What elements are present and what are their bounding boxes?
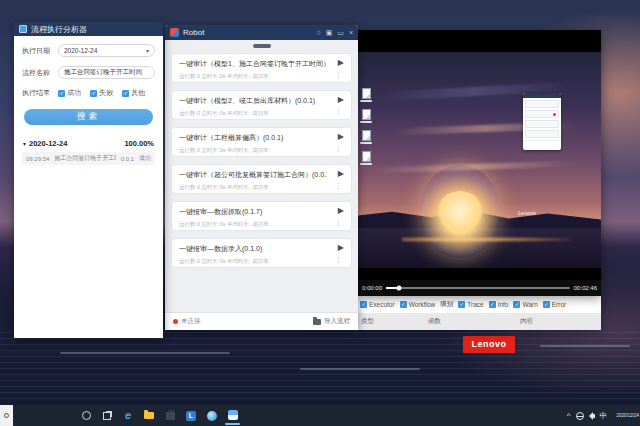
- refresh-icon[interactable]: ○: [316, 29, 320, 37]
- more-menu-icon[interactable]: ⋮: [335, 145, 342, 153]
- run-icon[interactable]: ▶: [338, 206, 344, 215]
- checkbox-checked-icon[interactable]: ✓: [543, 301, 550, 308]
- taskbar-clock[interactable]: 2020/12/24: [612, 413, 639, 419]
- analyzer-taskbar-button[interactable]: [227, 409, 239, 422]
- store-button[interactable]: [164, 409, 176, 422]
- edge-button[interactable]: e: [122, 409, 134, 422]
- video-robot-window: [523, 93, 561, 150]
- video-desktop-icons: [360, 88, 372, 165]
- filter-label: Warn: [522, 301, 537, 308]
- process-card[interactable]: 一键报审—数据录入(0.1.0) 运行数:0 总时长:0s 平均时长: 成功率:…: [171, 238, 352, 268]
- water-glint: [540, 345, 630, 347]
- minimize-icon[interactable]: ▭: [337, 29, 344, 37]
- checkbox-checked-icon[interactable]: ✓: [400, 301, 407, 308]
- run-icon[interactable]: ▶: [338, 132, 344, 141]
- total-time: 00:02:46: [574, 285, 597, 291]
- more-menu-icon[interactable]: ⋮: [335, 71, 342, 79]
- more-menu-icon[interactable]: ⋮: [335, 182, 342, 190]
- glowing-bubble-tent: [420, 165, 500, 258]
- filter-warn[interactable]: ✓Warn: [513, 301, 537, 308]
- analyzer-titlebar[interactable]: 流程执行分析器: [14, 22, 163, 36]
- filter-info[interactable]: ✓Info: [489, 301, 509, 308]
- seek-knob[interactable]: [396, 286, 401, 291]
- volume-icon[interactable]: [589, 412, 595, 420]
- video-frame[interactable]: Lenovo: [358, 52, 601, 268]
- more-menu-icon[interactable]: ⋮: [335, 219, 342, 227]
- run-icon[interactable]: ▶: [338, 243, 344, 252]
- connection-status: 未连接: [181, 317, 201, 326]
- result-row[interactable]: 09:29:54 施工合同签订晚于开工时间 0.0.1 成功: [22, 152, 155, 165]
- seek-bar[interactable]: [386, 287, 570, 289]
- process-card[interactable]: 一键报审—数据抓取(0.1.7) 运行数:0 总时长:0s 平均时长: 成功率:…: [171, 201, 352, 231]
- success-rate: 100.00%: [124, 139, 154, 148]
- taskbar-search-box[interactable]: [0, 405, 13, 426]
- analyzer-icon: [228, 410, 238, 420]
- desktop: Lenovo ✓Executor ✓Workflow 级别 ✓Trace ✓In…: [0, 0, 640, 426]
- process-card[interactable]: 一键审计（模型1、施工合同签订晚于开工时间）(0.0.1) 运行数:0 总时长:…: [171, 53, 352, 83]
- date-label: 执行日期: [22, 46, 58, 56]
- process-card[interactable]: 一键审计（模型2、竣工后出库材料）(0.0.1) 运行数:0 总时长:0s 平均…: [171, 90, 352, 120]
- level-label: 级别: [440, 300, 453, 309]
- date-select[interactable]: 2020-12-24 ▾: [58, 44, 155, 57]
- run-icon[interactable]: ▶: [338, 95, 344, 104]
- run-version: 0.0.1: [121, 156, 134, 162]
- l-app-icon: L: [186, 411, 196, 421]
- folder-icon: [144, 412, 154, 419]
- checkbox-checked-icon[interactable]: ✓: [489, 301, 496, 308]
- chevron-down-icon: ▾: [146, 47, 149, 54]
- filter-trace[interactable]: ✓Trace: [458, 301, 483, 308]
- import-process-button[interactable]: 导入流程: [313, 317, 350, 326]
- taskbar: e L ^ 中 2020/12/24: [0, 405, 640, 426]
- result-group-row[interactable]: ▾ 2020-12-24 100.00%: [22, 139, 155, 148]
- process-card[interactable]: 一键审计（工程概算偏高）(0.0.1) 运行数:0 总时长:0s 平均时长: 成…: [171, 127, 352, 157]
- option-success[interactable]: ✓成功: [58, 88, 81, 98]
- task-view-button[interactable]: [101, 409, 113, 422]
- robot-titlebar[interactable]: Robot ○ ▣ ▭ ×: [165, 25, 358, 40]
- search-button[interactable]: 搜索: [24, 109, 153, 125]
- cortana-button[interactable]: [80, 409, 92, 422]
- import-label: 导入流程: [324, 317, 350, 326]
- process-meta: 运行数:0 总时长:0s 平均时长: 成功率:: [179, 147, 327, 154]
- filter-workflow[interactable]: ✓Workflow: [400, 301, 436, 308]
- file-icon: [360, 109, 372, 123]
- filter-executor[interactable]: ✓Executor: [360, 301, 395, 308]
- result-label: 执行结果: [22, 88, 58, 98]
- process-title: 一键报审—数据抓取(0.1.7): [179, 207, 327, 217]
- browser-app-button[interactable]: [206, 409, 218, 422]
- expand-icon[interactable]: ▾: [23, 140, 26, 147]
- water-glint: [300, 368, 420, 370]
- checkbox-checked-icon[interactable]: ✓: [360, 301, 367, 308]
- l-app-button[interactable]: L: [185, 409, 197, 422]
- edge-icon: e: [125, 410, 131, 421]
- analyzer-window: 流程执行分析器 执行日期 2020-12-24 ▾ 流程名称 施工合同签订晚于开…: [14, 22, 163, 338]
- network-icon[interactable]: [576, 412, 584, 420]
- disconnected-icon: [173, 319, 178, 324]
- more-menu-icon[interactable]: ⋮: [335, 108, 342, 116]
- checkbox-checked-icon[interactable]: ✓: [513, 301, 520, 308]
- run-time: 09:29:54: [26, 156, 49, 162]
- tray-expand-button[interactable]: ^: [567, 412, 571, 420]
- more-menu-icon[interactable]: ⋮: [335, 256, 342, 264]
- pin-icon[interactable]: ▣: [326, 29, 333, 37]
- filter-error[interactable]: ✓Error: [543, 301, 566, 308]
- run-icon[interactable]: ▶: [338, 58, 344, 67]
- process-name-input[interactable]: 施工合同签订晚于开工时间: [58, 66, 155, 79]
- process-meta: 运行数:0 总时长:0s 平均时长: 成功率:: [179, 258, 327, 265]
- process-card[interactable]: 一键审计（超公司批复概算签订施工合同）(0.0.1) 运行数:0 总时长:0s …: [171, 164, 352, 194]
- option-other[interactable]: ✓其他: [122, 88, 145, 98]
- ime-indicator[interactable]: 中: [600, 411, 608, 421]
- checkbox-checked-icon[interactable]: ✓: [458, 301, 465, 308]
- close-icon[interactable]: ×: [349, 29, 353, 37]
- store-icon: [166, 412, 175, 420]
- file-icon: [360, 151, 372, 165]
- scroll-handle[interactable]: [253, 44, 271, 48]
- log-filter-row: ✓Executor ✓Workflow 级别 ✓Trace ✓Info ✓War…: [358, 296, 601, 313]
- run-icon[interactable]: ▶: [338, 169, 344, 178]
- option-label: 其他: [131, 88, 145, 98]
- date-value: 2020-12-24: [64, 47, 97, 54]
- option-failure[interactable]: ✓失败: [90, 88, 113, 98]
- search-icon: [4, 413, 9, 418]
- process-title: 一键报审—数据录入(0.1.0): [179, 244, 327, 254]
- file-explorer-button[interactable]: [143, 409, 155, 422]
- analyzer-app-icon: [19, 25, 27, 33]
